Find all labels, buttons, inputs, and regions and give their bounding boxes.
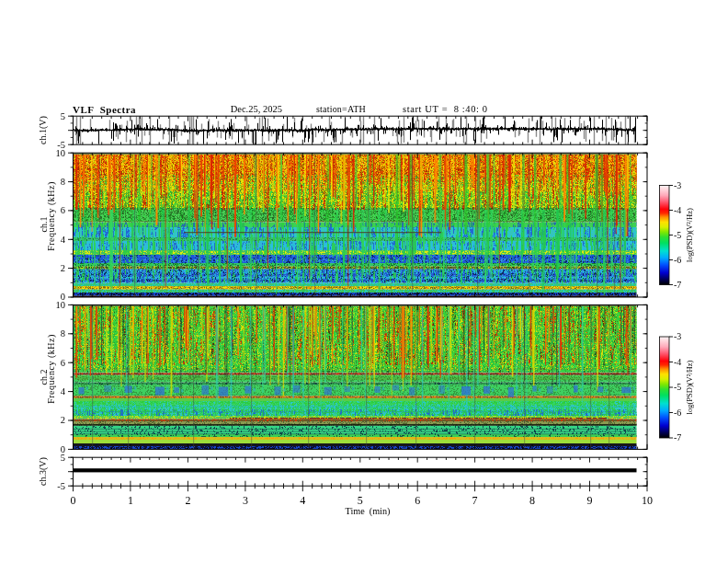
svg-text:10: 10 <box>56 300 66 310</box>
svg-text:9: 9 <box>587 494 593 507</box>
svg-text:3: 3 <box>243 494 248 507</box>
svg-text:Time (min): Time (min) <box>346 506 391 517</box>
svg-text:8: 8 <box>529 494 535 507</box>
svg-text:VLF Spectra: VLF Spectra <box>73 104 136 115</box>
svg-text:4: 4 <box>61 386 66 396</box>
svg-text:1: 1 <box>128 494 133 507</box>
svg-text:Frequency (kHz): Frequency (kHz) <box>46 181 57 251</box>
svg-text:2: 2 <box>61 263 65 273</box>
svg-text:start UT = 8 :40: 0: start UT = 8 :40: 0 <box>403 104 488 114</box>
svg-text:6: 6 <box>61 205 65 215</box>
svg-text:0: 0 <box>71 494 76 507</box>
svg-text:station=ATH: station=ATH <box>316 104 366 114</box>
svg-text:7: 7 <box>472 494 478 507</box>
svg-text:10: 10 <box>56 148 66 158</box>
svg-text:2: 2 <box>61 415 65 425</box>
svg-text:10: 10 <box>642 494 653 507</box>
svg-text:4: 4 <box>61 235 66 245</box>
svg-text:-5: -5 <box>674 230 681 240</box>
svg-text:-7: -7 <box>674 432 681 442</box>
svg-text:5: 5 <box>61 453 65 463</box>
svg-text:ch.1(V): ch.1(V) <box>38 116 49 144</box>
svg-text:-5: -5 <box>57 481 65 491</box>
svg-text:8: 8 <box>61 328 65 339</box>
svg-text:6: 6 <box>61 358 65 368</box>
svg-text:5: 5 <box>61 111 65 121</box>
svg-text:5: 5 <box>358 494 363 507</box>
svg-text:-7: -7 <box>674 280 681 290</box>
svg-text:Dec.25, 2025: Dec.25, 2025 <box>231 104 282 114</box>
svg-text:log(PSD)(V²/Hz): log(PSD)(V²/Hz) <box>685 208 694 262</box>
svg-text:log(PSD)(V²/Hz): log(PSD)(V²/Hz) <box>685 360 694 414</box>
svg-text:-5: -5 <box>674 382 681 392</box>
svg-text:2: 2 <box>185 494 190 507</box>
svg-text:-3: -3 <box>674 180 681 190</box>
svg-text:-6: -6 <box>674 408 681 418</box>
svg-text:Frequency (kHz): Frequency (kHz) <box>46 334 57 404</box>
svg-text:-4: -4 <box>674 357 681 367</box>
svg-text:-3: -3 <box>674 331 681 341</box>
svg-text:-6: -6 <box>674 255 681 265</box>
svg-text:4: 4 <box>300 494 305 507</box>
svg-text:6: 6 <box>415 494 420 507</box>
svg-text:8: 8 <box>61 177 65 187</box>
svg-text:ch.3(V): ch.3(V) <box>38 457 49 486</box>
svg-text:-4: -4 <box>674 205 681 215</box>
